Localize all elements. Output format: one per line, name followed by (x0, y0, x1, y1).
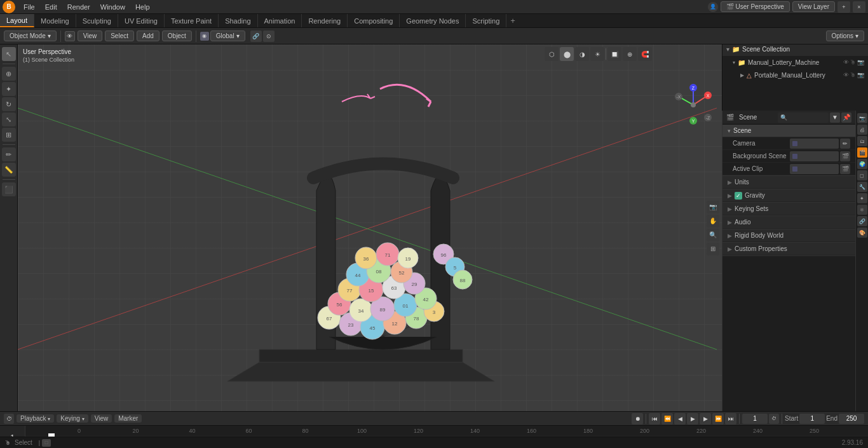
start-frame-input[interactable]: 1 (799, 414, 825, 424)
active-clip-icon-btn[interactable]: 🎬 (840, 164, 850, 174)
tab-compositing[interactable]: Compositing (348, 14, 400, 27)
options-btn[interactable]: Options ▾ (826, 31, 864, 41)
tool-select[interactable]: ↖ (2, 47, 16, 61)
playback-menu[interactable]: Playback ▾ (17, 414, 54, 423)
camera-edit-btn[interactable]: ✏ (840, 139, 850, 149)
add-menu[interactable]: Add (137, 31, 159, 41)
rigid-body-header[interactable]: ▶ Rigid Body World (722, 229, 855, 242)
eye2-icon[interactable]: 👁 (843, 72, 849, 78)
fps-clock-icon[interactable]: ⏱ (769, 414, 779, 424)
cursor2-icon[interactable]: 🖱 (850, 72, 856, 78)
keying-sets-header[interactable]: ▶ Keying Sets (722, 203, 855, 215)
units-section: ▶ Units (722, 176, 855, 189)
menu-render[interactable]: Render (63, 2, 95, 12)
view-btn[interactable]: 👁 (65, 31, 75, 41)
menu-file[interactable]: File (19, 2, 39, 12)
view-timeline-menu[interactable]: View (91, 414, 112, 423)
object-mode-selector[interactable]: Object Mode ▾ (4, 31, 57, 41)
bg-scene-icon-btn[interactable]: 🎬 (840, 151, 850, 161)
collapse-icon: ▾ (728, 128, 731, 134)
tool-measure[interactable]: 📏 (2, 163, 16, 177)
tool-cursor[interactable]: ⊕ (2, 67, 16, 81)
pin-btn[interactable]: 📌 (841, 112, 851, 123)
tab-uv-editing[interactable]: UV Editing (118, 14, 165, 27)
tab-geometry-nodes[interactable]: Geometry Nodes (400, 14, 466, 27)
jump-end-btn[interactable]: ⏭ (725, 413, 736, 424)
tool-scale[interactable]: ⤡ (2, 112, 16, 126)
svg-point-48 (415, 288, 437, 309)
render-hide-icon[interactable]: 📷 (857, 59, 864, 65)
view-layer-props-icon[interactable]: 🗂 (857, 136, 867, 146)
tab-shading[interactable]: Shading (219, 14, 257, 27)
next-frame-btn[interactable]: ⏩ (712, 413, 724, 424)
jump-start-btn[interactable]: ⏮ (649, 413, 660, 424)
viewport[interactable]: User Perspective (1) Scene Collection ⬡ … (18, 44, 722, 411)
custom-props-header[interactable]: ▶ Custom Properties (722, 243, 855, 255)
transform-selector[interactable]: Global ▾ (210, 31, 245, 41)
add-scene-btn[interactable]: + (837, 1, 850, 13)
tool-move[interactable]: ✦ (2, 82, 16, 96)
units-header[interactable]: ▶ Units (722, 176, 855, 189)
constraints-props-icon[interactable]: 🔗 (857, 216, 867, 226)
end-frame-input[interactable]: 250 (839, 414, 864, 424)
transform-pivot-icon[interactable]: ◉ (200, 32, 209, 41)
output-props-icon[interactable]: 🖨 (857, 125, 867, 135)
outliner-item-manual[interactable]: ▾ 📁 Manual_Lottery_Machine 👁 🖱 📷 (722, 56, 868, 69)
marker-menu[interactable]: Marker (114, 414, 142, 423)
outliner-item-portable[interactable]: ▶ △ Portable_Manual_Lottery 👁 🖱 📷 (722, 69, 868, 81)
menu-edit[interactable]: Edit (41, 2, 62, 12)
add-tab-btn[interactable]: + (506, 15, 519, 27)
prev-keyframe-btn[interactable]: ◀ (674, 413, 686, 424)
record-btn[interactable]: ⏺ (632, 413, 643, 424)
physics-props-icon[interactable]: ⚛ (857, 205, 867, 215)
filter-btn[interactable]: ▼ (830, 112, 840, 123)
tool-rotate[interactable]: ↻ (2, 97, 16, 111)
snap-icon[interactable]: 🔗 (250, 31, 262, 42)
play-btn[interactable]: ▶ (687, 413, 698, 424)
active-clip-value[interactable] (790, 164, 839, 174)
tab-animation[interactable]: Animation (258, 14, 302, 27)
world-props-icon[interactable]: 🌍 (857, 159, 867, 169)
object-props-icon[interactable]: ◻ (857, 170, 867, 180)
prev-frame-btn[interactable]: ⏪ (661, 413, 673, 424)
remove-scene-btn[interactable]: × (853, 1, 865, 13)
timeline-header: ⏱ Playback ▾ Keying ▾ View Marker ⏺ ⏮ ⏪ … (0, 412, 868, 426)
view-layer-selector[interactable]: View Layer (792, 1, 835, 12)
proportional-edit-icon[interactable]: ⊙ (263, 31, 275, 42)
cursor-hide-icon[interactable]: 🖱 (850, 59, 856, 65)
tool-transform[interactable]: ⊞ (2, 128, 16, 142)
scene-props-icon[interactable]: 🎬 (857, 147, 867, 158)
tool-add-cube[interactable]: ⬛ (2, 182, 16, 196)
properties-header: 🎬 Scene 🔍 ▼ 📌 (722, 111, 855, 125)
camera-value[interactable] (790, 139, 839, 149)
eye-hide-icon[interactable]: 👁 (843, 59, 849, 65)
menu-window[interactable]: Window (96, 2, 130, 12)
select-menu[interactable]: Select (105, 31, 134, 41)
object-menu[interactable]: Object (162, 31, 192, 41)
current-frame-input[interactable]: 1 (742, 414, 768, 424)
keying-menu[interactable]: Keying ▾ (57, 414, 88, 423)
search-field[interactable]: 🔍 (778, 112, 829, 123)
tab-modeling[interactable]: Modeling (34, 14, 76, 27)
render2-icon[interactable]: 📷 (857, 72, 864, 78)
tab-texture-paint[interactable]: Texture Paint (165, 14, 219, 27)
frame-num-20: 20 (107, 428, 164, 434)
tab-scripting[interactable]: Scripting (466, 14, 506, 27)
scene-selector[interactable]: 🎬 User Perspective (721, 1, 790, 12)
gravity-checkbox[interactable]: ✓ (735, 192, 742, 200)
next-keyframe-btn[interactable]: ▶ (700, 413, 711, 424)
gravity-header[interactable]: ▶ ✓ Gravity (722, 189, 855, 202)
view-menu[interactable]: View (78, 31, 103, 41)
scene-section-header[interactable]: ▾ Scene (722, 125, 855, 137)
tool-annotate[interactable]: ✏ (2, 147, 16, 161)
modifier-props-icon[interactable]: 🔧 (857, 182, 867, 192)
tab-sculpting[interactable]: Sculpting (76, 14, 118, 27)
bg-scene-value[interactable] (790, 151, 839, 161)
particles-props-icon[interactable]: ✦ (857, 193, 867, 203)
render-props-icon[interactable]: 📷 (857, 113, 867, 123)
audio-header[interactable]: ▶ Audio (722, 216, 855, 229)
menu-help[interactable]: Help (131, 2, 154, 12)
material-props-icon[interactable]: 🎨 (857, 227, 867, 238)
tab-layout[interactable]: Layout (0, 14, 34, 27)
tab-rendering[interactable]: Rendering (302, 14, 348, 27)
